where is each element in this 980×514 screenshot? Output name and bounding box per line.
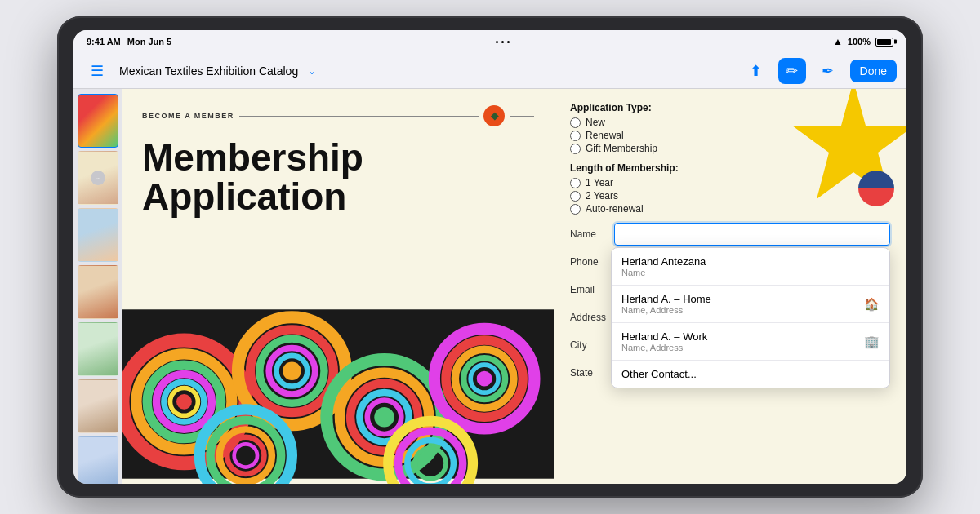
done-button[interactable]: Done (850, 60, 897, 82)
title-line2: Application (142, 177, 534, 216)
ipad-screen: 9:41 AM Mon Jun 5 ▲ 100% ☰ (74, 30, 906, 484)
battery-icon (875, 38, 893, 47)
autocomplete-sub-1: Name, Address (621, 305, 711, 315)
wifi-icon: ▲ (833, 36, 843, 47)
autocomplete-name-1: Herland A. – Home (621, 293, 711, 305)
page-left: BECOME A MEMBER ◆ Membership (122, 89, 554, 484)
dot1 (496, 41, 498, 43)
radio-1year-label: 1 Year (586, 177, 613, 188)
thumb-page-1[interactable] (78, 94, 118, 148)
state-field-label: State (570, 367, 609, 379)
time: 9:41 AM (87, 37, 121, 47)
edit-icon: ✏ (786, 62, 798, 80)
radio-new-label: New (586, 117, 605, 128)
svg-point-19 (374, 407, 394, 428)
svg-point-25 (477, 371, 492, 387)
autocomplete-name-0: Herland Antezana (621, 255, 706, 268)
radio-circle-2years[interactable] (570, 191, 581, 202)
autocomplete-item-0[interactable]: Herland Antezana Name (612, 248, 889, 286)
length-group: Length of Membership: 1 Year 2 Years (570, 162, 890, 215)
document-title: Mexican Textiles Exhibition Catalog (119, 64, 298, 78)
toolbar: ☰ Mexican Textiles Exhibition Catalog ⌄ … (74, 53, 906, 89)
hamburger-button[interactable]: ☰ (83, 58, 111, 84)
radio-auto[interactable]: Auto-renewal (570, 203, 890, 215)
autocomplete-item-2[interactable]: Herland A. – Work Name, Address 🏢 (612, 323, 889, 361)
battery-label: 100% (848, 37, 871, 47)
thumb-page-5[interactable] (78, 322, 118, 376)
title-block: Membership Application (122, 135, 554, 220)
page-header: BECOME A MEMBER ◆ (122, 89, 554, 135)
radio-circle-gift[interactable] (570, 144, 581, 154)
autocomplete-item-1[interactable]: Herland A. – Home Name, Address 🏠 (612, 286, 889, 323)
radio-circle-auto[interactable] (570, 204, 581, 215)
status-bar: 9:41 AM Mon Jun 5 ▲ 100% (74, 30, 906, 53)
hamburger-icon: ☰ (91, 62, 104, 80)
textile-image (122, 304, 554, 484)
radio-circle-new[interactable] (570, 117, 581, 128)
pencil-icon: ✒ (822, 62, 834, 80)
radio-1year[interactable]: 1 Year (570, 177, 890, 188)
radio-2years-label: 2 Years (586, 190, 618, 202)
dot3 (507, 41, 510, 43)
radio-gift[interactable]: Gift Membership (570, 143, 890, 154)
application-type-group: Application Type: New Renewal (570, 102, 890, 154)
email-field-label: Email (570, 284, 609, 295)
radio-auto-label: Auto-renewal (586, 203, 644, 215)
autocomplete-sub-0: Name (621, 268, 706, 277)
work-icon: 🏢 (864, 335, 880, 349)
thumb-page-2[interactable]: ··· (78, 151, 118, 205)
radio-circle-renewal[interactable] (570, 131, 581, 141)
date: Mon Jun 5 (127, 37, 172, 47)
name-field-label: Name (570, 228, 609, 240)
home-icon: 🏠 (864, 297, 880, 312)
autocomplete-other-label: Other Contact... (621, 368, 697, 380)
main-area: ··· BECOME A MEMBER (74, 89, 906, 484)
form-section: Application Type: New Renewal (570, 102, 890, 384)
address-field-label: Address (570, 312, 609, 323)
share-icon: ⬆ (750, 62, 762, 80)
document-area: BECOME A MEMBER ◆ Membership (122, 89, 906, 484)
autocomplete-dropdown: Herland Antezana Name Herland A. – Home (611, 247, 890, 388)
city-field-label: City (570, 339, 609, 351)
svg-point-13 (283, 361, 301, 380)
ipad-frame: 9:41 AM Mon Jun 5 ▲ 100% ☰ (57, 16, 923, 498)
form-fields: Name Herland Antezana Name (570, 223, 890, 384)
pencil-button[interactable]: ✒ (814, 58, 842, 84)
sidebar: ··· (74, 89, 122, 484)
ornament-diamond: ◆ (491, 110, 498, 122)
thumb-page-6[interactable] (78, 379, 118, 433)
radio-new[interactable]: New (570, 117, 890, 128)
page-right: Application Type: New Renewal (554, 89, 906, 484)
radio-gift-label: Gift Membership (586, 143, 657, 154)
thumb-page-4[interactable] (78, 265, 118, 319)
textile-svg (122, 304, 554, 484)
ornament-circle: ◆ (483, 105, 505, 126)
svg-point-7 (176, 394, 192, 410)
autocomplete-sub-2: Name, Address (621, 343, 707, 352)
radio-circle-1year[interactable] (570, 178, 581, 188)
phone-field-label: Phone (570, 256, 609, 268)
chevron-down-icon[interactable]: ⌄ (308, 65, 316, 77)
thumb-page-3[interactable] (78, 208, 118, 262)
dot2 (501, 41, 504, 43)
autocomplete-name-2: Herland A. – Work (621, 330, 707, 343)
radio-renewal-label: Renewal (586, 130, 624, 141)
length-label: Length of Membership: (570, 162, 890, 174)
name-field-row: Name Herland Antezana Name (570, 223, 890, 246)
autocomplete-item-3[interactable]: Other Contact... (612, 361, 889, 388)
name-input[interactable] (614, 223, 890, 246)
page-content: BECOME A MEMBER ◆ Membership (122, 89, 906, 484)
become-member-label: BECOME A MEMBER (142, 112, 234, 120)
thumb-page-7[interactable] (78, 436, 118, 484)
radio-renewal[interactable]: Renewal (570, 130, 890, 141)
edit-button[interactable]: ✏ (778, 58, 806, 84)
share-button[interactable]: ⬆ (742, 58, 770, 84)
radio-2years[interactable]: 2 Years (570, 190, 890, 202)
title-line1: Membership (142, 138, 534, 177)
application-type-label: Application Type: (570, 102, 890, 113)
